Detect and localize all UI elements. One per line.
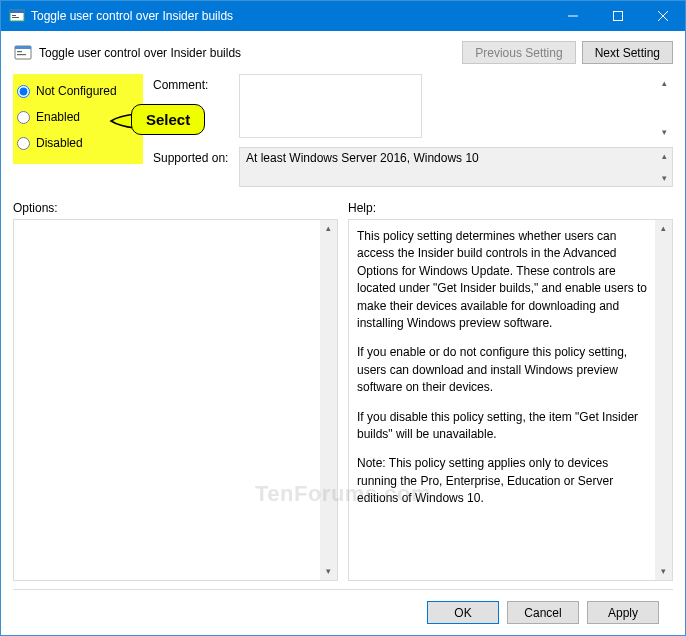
radio-disabled-input[interactable] [17, 137, 30, 150]
radio-enabled-input[interactable] [17, 111, 30, 124]
svg-rect-1 [10, 10, 24, 13]
radio-not-configured-label: Not Configured [36, 84, 117, 98]
help-p3: If you disable this policy setting, the … [357, 409, 650, 444]
maximize-button[interactable] [595, 1, 640, 31]
svg-rect-5 [613, 12, 622, 21]
help-column: Help: This policy setting determines whe… [348, 201, 673, 581]
options-column: Options: ▴▾ [13, 201, 338, 581]
svg-rect-11 [17, 54, 26, 55]
apply-button[interactable]: Apply [587, 601, 659, 624]
fields-column: Comment: ▴▾ Supported on: At least Windo… [153, 74, 673, 187]
svg-rect-2 [12, 15, 16, 16]
comment-row: Comment: ▴▾ [153, 74, 673, 141]
svg-rect-10 [17, 51, 22, 52]
supported-label: Supported on: [153, 147, 233, 187]
radio-not-configured-input[interactable] [17, 85, 30, 98]
app-icon [9, 8, 25, 24]
minimize-button[interactable] [550, 1, 595, 31]
select-callout: Select [131, 104, 205, 135]
radio-not-configured[interactable]: Not Configured [15, 78, 141, 104]
callout-label: Select [131, 104, 205, 135]
options-scrollbar[interactable]: ▴▾ [320, 220, 337, 580]
options-panel: ▴▾ [13, 219, 338, 581]
help-panel: This policy setting determines whether u… [348, 219, 673, 581]
next-setting-button[interactable]: Next Setting [582, 41, 673, 64]
radio-column: Not Configured Enabled Disabled [13, 74, 143, 187]
nav-buttons: Previous Setting Next Setting [462, 41, 673, 64]
help-p1: This policy setting determines whether u… [357, 228, 650, 332]
lower-columns: Options: ▴▾ Help: This policy setting de… [13, 201, 673, 581]
options-label: Options: [13, 201, 338, 215]
comment-input[interactable] [239, 74, 422, 138]
supported-row: Supported on: At least Windows Server 20… [153, 147, 673, 187]
titlebar[interactable]: Toggle user control over Insider builds [1, 1, 685, 31]
header-row: Toggle user control over Insider builds … [13, 41, 673, 64]
policy-icon [13, 43, 33, 63]
radio-disabled-label: Disabled [36, 136, 83, 150]
svg-rect-9 [15, 46, 31, 49]
cancel-button[interactable]: Cancel [507, 601, 579, 624]
policy-title: Toggle user control over Insider builds [39, 46, 462, 60]
close-button[interactable] [640, 1, 685, 31]
ok-button[interactable]: OK [427, 601, 499, 624]
help-scrollbar[interactable]: ▴▾ [655, 220, 672, 580]
dialog-footer: OK Cancel Apply [13, 589, 673, 635]
help-p2: If you enable or do not configure this p… [357, 344, 650, 396]
previous-setting-button[interactable]: Previous Setting [462, 41, 575, 64]
comment-scroll: ▴▾ [656, 75, 672, 140]
dialog-body: Toggle user control over Insider builds … [1, 31, 685, 635]
svg-rect-3 [12, 17, 19, 18]
window-title: Toggle user control over Insider builds [31, 9, 550, 23]
radio-enabled-label: Enabled [36, 110, 80, 124]
help-label: Help: [348, 201, 673, 215]
config-row: Not Configured Enabled Disabled [13, 74, 673, 187]
dialog-window: Toggle user control over Insider builds … [0, 0, 686, 636]
help-p4: Note: This policy setting applies only t… [357, 455, 650, 507]
supported-value: At least Windows Server 2016, Windows 10 [239, 147, 673, 187]
